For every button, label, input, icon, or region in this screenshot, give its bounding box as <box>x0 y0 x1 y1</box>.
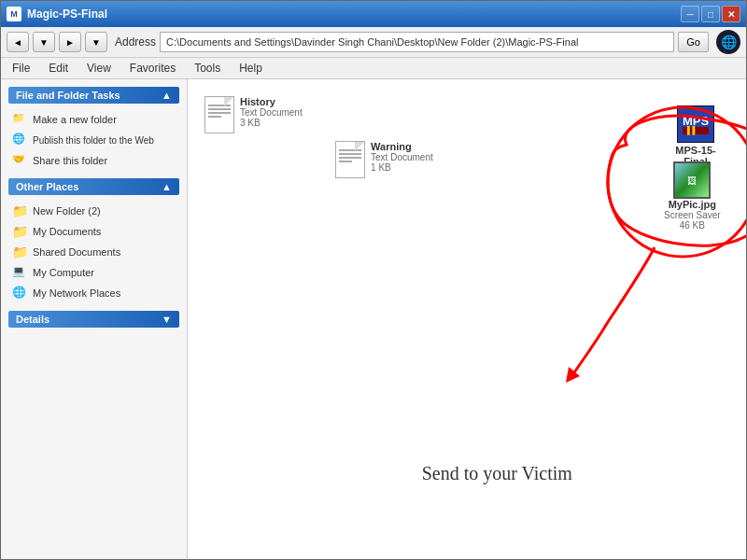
address-bar: ◄ ▼ ► ▼ Address Go 🌐 <box>1 27 746 58</box>
menu-edit[interactable]: Edit <box>43 60 74 77</box>
sidebar-item-my-computer[interactable]: 💻 My Computer <box>8 262 179 283</box>
go-button[interactable]: Go <box>678 32 709 52</box>
forward-dropdown[interactable]: ▼ <box>85 32 107 52</box>
file-area: History Text Document 3 KB <box>188 79 746 559</box>
menu-file[interactable]: File <box>7 60 35 77</box>
file-details: History Text Document 3 KB <box>240 96 303 128</box>
address-input[interactable] <box>160 32 674 52</box>
my-computer-icon: 💻 <box>12 265 27 280</box>
title-bar: M Magic-PS-Final ─ □ ✕ <box>1 1 746 27</box>
menu-help[interactable]: Help <box>233 60 268 77</box>
details-header: Details ▼ <box>8 311 179 328</box>
my-documents-icon: 📁 <box>12 224 27 239</box>
menu-view[interactable]: View <box>81 60 117 77</box>
annotation-text: Send to your Victim <box>422 463 572 484</box>
window-title: Magic-PS-Final <box>27 7 681 21</box>
forward-button[interactable]: ► <box>59 32 81 52</box>
window-controls: ─ □ ✕ <box>681 6 740 22</box>
make-new-folder-item[interactable]: 📁 Make a new folder <box>8 109 179 130</box>
sidebar-item-my-documents[interactable]: 📁 My Documents <box>8 221 179 242</box>
shared-docs-icon: 📁 <box>12 245 27 259</box>
sidebar: File and Folder Tasks ▲ 📁 Make a new fol… <box>1 79 188 559</box>
annotation-overlay <box>188 79 746 559</box>
folder-icon: 📁 <box>12 203 27 218</box>
new-folder-icon: 📁 <box>12 112 27 127</box>
menu-favorites[interactable]: Favorites <box>124 60 181 77</box>
share-folder-item[interactable]: 🤝 Share this folder <box>8 150 179 171</box>
network-icon: 🌐 <box>12 286 27 301</box>
text-doc-icon <box>335 141 365 178</box>
list-item[interactable]: History Text Document 3 KB <box>204 96 303 133</box>
svg-marker-1 <box>566 367 580 383</box>
menu-tools[interactable]: Tools <box>189 60 226 77</box>
list-item[interactable]: 🖼 MyPic.jpg Screen Saver 46 KB <box>664 161 721 231</box>
other-places-header: Other Places ▲ <box>8 178 179 195</box>
file-details: MyPic.jpg Screen Saver 46 KB <box>664 199 721 231</box>
publish-icon: 🌐 <box>12 133 27 147</box>
browser-icon: 🌐 <box>716 30 740 54</box>
details-section: Details ▼ <box>8 311 179 328</box>
app-icon: M <box>7 7 21 21</box>
file-details: Warning Text Document 1 KB <box>371 141 433 173</box>
file-folder-tasks-header: File and Folder Tasks ▲ <box>8 87 179 104</box>
share-icon: 🤝 <box>12 153 27 168</box>
back-dropdown[interactable]: ▼ <box>33 32 55 52</box>
file-folder-tasks-section: File and Folder Tasks ▲ 📁 Make a new fol… <box>8 87 179 171</box>
sidebar-item-shared-documents[interactable]: 📁 Shared Documents <box>8 242 179 262</box>
text-doc-icon <box>204 96 234 133</box>
list-item[interactable]: MPS ▐▐ MPS-15-Final <box>664 105 727 167</box>
other-places-section: Other Places ▲ 📁 New Folder (2) 📁 My Doc… <box>8 178 179 303</box>
minimize-button[interactable]: ─ <box>681 6 699 22</box>
maximize-button[interactable]: □ <box>701 6 720 22</box>
menu-bar: File Edit View Favorites Tools Help <box>1 58 746 79</box>
list-item[interactable]: Warning Text Document 1 KB <box>335 141 433 178</box>
main-window: M Magic-PS-Final ─ □ ✕ ◄ ▼ ► ▼ Address G… <box>0 0 747 560</box>
publish-folder-item[interactable]: 🌐 Publish this folder to the Web <box>8 130 179 150</box>
content-area: File and Folder Tasks ▲ 📁 Make a new fol… <box>1 79 746 559</box>
sidebar-item-network-places[interactable]: 🌐 My Network Places <box>8 283 179 303</box>
back-button[interactable]: ◄ <box>7 32 29 52</box>
close-button[interactable]: ✕ <box>722 6 740 22</box>
mps-application-icon: MPS ▐▐ <box>677 105 714 143</box>
screensaver-icon: 🖼 <box>673 161 711 199</box>
sidebar-item-new-folder[interactable]: 📁 New Folder (2) <box>8 201 179 221</box>
address-label: Address <box>115 35 156 49</box>
